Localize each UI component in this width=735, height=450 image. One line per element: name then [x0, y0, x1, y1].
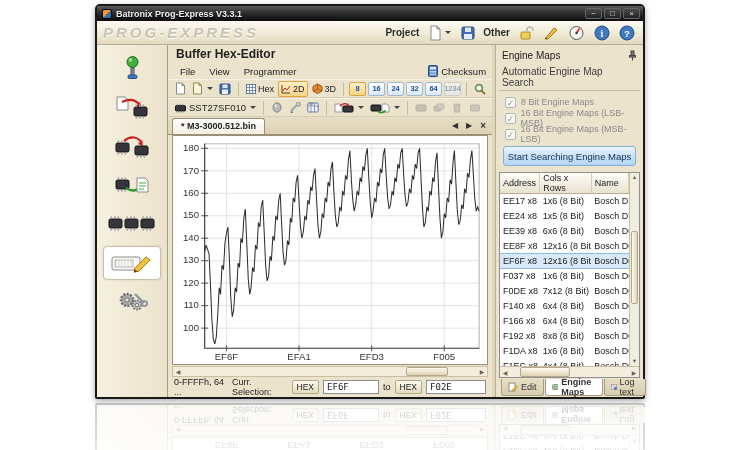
table-row[interactable]: F1EC x84x4 (8 Bit)Bosch D0h/D5 — [500, 359, 628, 367]
panel-tab-log-text[interactable]: Log text — [604, 379, 646, 396]
verify-button-disabled[interactable] — [413, 100, 429, 116]
checkbox-icon[interactable]: ✓ — [505, 129, 516, 140]
width-64-button[interactable]: 64 — [425, 82, 442, 96]
benchmark-button[interactable] — [566, 23, 587, 43]
scroll-down-arrow[interactable]: ▼ — [630, 357, 639, 366]
table-row[interactable]: F140 x86x4 (8 Bit)Bosch D0h/D5 — [500, 299, 628, 314]
checkbox-icon[interactable]: ✓ — [505, 97, 516, 108]
scroll-left-arrow[interactable]: ◀ — [500, 369, 510, 376]
width-8-button[interactable]: 8 — [349, 82, 366, 96]
editor-statusbar: 0-FFFFh, 64 ... Curr. Selection: HEX to … — [168, 377, 492, 397]
view-3d-button[interactable]: 3D — [310, 81, 339, 97]
width-24-button[interactable]: 24 — [387, 82, 404, 96]
scroll-up-arrow[interactable]: ▲ — [630, 173, 639, 182]
table-row[interactable]: F166 x86x4 (8 Bit)Bosch D0h/D5 — [500, 314, 628, 329]
table-row[interactable]: EE39 x86x6 (8 Bit)Bosch D0h/D5 — [500, 224, 628, 239]
table-row[interactable]: F1DA x81x6 (8 Bit)Bosch D0h/FF — [500, 344, 628, 359]
selection-from-input[interactable] — [323, 380, 379, 394]
table-row[interactable]: EE24 x81x5 (8 Bit)Bosch D7h/32 — [500, 209, 628, 224]
checkbox-row-2[interactable]: ✓16 Bit Engine Maps (MSB-LSB) — [499, 126, 640, 142]
maximize-button[interactable]: □ — [604, 8, 621, 19]
scrollbar-track[interactable] — [183, 367, 477, 376]
hex-base-button-to[interactable]: HEX — [395, 380, 422, 394]
tab-scroll-right-button[interactable]: ▶ — [464, 121, 474, 130]
sidebar-item-write-chip[interactable] — [103, 90, 161, 124]
sidebar-item-connect[interactable] — [103, 51, 161, 85]
chart-hscrollbar[interactable]: ◀ ▶ — [172, 366, 488, 377]
width-1234-button[interactable]: 1234 — [444, 82, 461, 96]
close-button[interactable]: × — [623, 8, 640, 19]
scrollbar-thumb[interactable] — [520, 367, 570, 377]
project-open-button[interactable] — [425, 23, 453, 43]
scroll-left-arrow[interactable]: ◀ — [173, 368, 183, 375]
new-buffer-button[interactable] — [172, 81, 188, 97]
checksum-button[interactable]: Checksum — [428, 65, 486, 77]
license-button[interactable] — [516, 23, 536, 43]
hex-base-button-from[interactable]: HEX — [292, 380, 319, 394]
window-title: Batronix Prog-Express V3.3.1 — [116, 9, 242, 19]
start-search-button[interactable]: Start Searching Engine Maps — [503, 146, 636, 166]
panel-tab-edit[interactable]: Edit — [501, 379, 544, 396]
sidebar-item-settings[interactable] — [103, 285, 161, 319]
editor-title: Buffer Hex-Editor — [168, 45, 492, 63]
open-file-button[interactable] — [190, 81, 215, 97]
sidebar-item-hex-editor[interactable] — [103, 246, 161, 280]
scroll-right-arrow[interactable]: ▶ — [477, 368, 487, 375]
tab-close-button[interactable]: × — [478, 120, 488, 131]
minimize-button[interactable]: − — [585, 8, 602, 19]
width-16-button[interactable]: 16 — [368, 82, 385, 96]
table-hscrollbar[interactable]: ◀ ▶ — [500, 366, 639, 377]
view-2d-button[interactable]: 2D — [278, 81, 308, 97]
menu-programmer[interactable]: Programmer — [238, 65, 303, 78]
scroll-right-arrow[interactable]: ▶ — [629, 369, 639, 376]
device-info-button[interactable]: 101 — [305, 100, 321, 116]
help-button[interactable]: ? — [617, 23, 637, 43]
device-select-combo[interactable]: SST27SF010 — [172, 100, 258, 116]
width-32-button[interactable]: 32 — [406, 82, 423, 96]
project-save-button[interactable] — [458, 23, 478, 43]
sidebar-item-read-chip[interactable] — [103, 168, 161, 202]
scrollbar-thumb[interactable] — [406, 367, 447, 376]
chip-to-file-small-icon — [370, 102, 390, 114]
feedback-button[interactable] — [541, 23, 561, 43]
column-header-address[interactable]: Address — [500, 173, 540, 194]
info-button[interactable]: i — [592, 23, 612, 43]
compare-button-disabled[interactable] — [431, 100, 447, 116]
hex-view-button[interactable]: Hex — [244, 81, 276, 97]
table-row[interactable]: EE8F x812x16 (8 Bit)Bosch D0h/D5 — [500, 239, 628, 254]
title-bar[interactable]: Batronix Prog-Express V3.3.1 − □ × — [97, 6, 643, 21]
pin-icon[interactable] — [628, 50, 637, 61]
selection-to-input[interactable] — [426, 380, 486, 394]
panel-tab-engine-maps[interactable]: Engine Maps — [545, 379, 603, 396]
table-row[interactable]: F192 x88x8 (8 Bit)Bosch D0h/D5 — [500, 329, 628, 344]
column-header-name[interactable]: Name — [591, 173, 628, 194]
tab-scroll-left-button[interactable]: ◀ — [450, 121, 460, 130]
blank-check-button[interactable] — [287, 100, 303, 116]
sidebar-item-copy-chip[interactable] — [103, 129, 161, 163]
write-buffer-to-chip-button[interactable] — [332, 100, 366, 116]
sidebar-item-multi-program[interactable] — [103, 207, 161, 241]
zoom-button[interactable] — [472, 81, 488, 97]
device-ops-button-disabled[interactable] — [467, 100, 483, 116]
erase-buffer-button-disabled[interactable] — [449, 100, 465, 116]
table-row[interactable]: F037 x81x6 (8 Bit)Bosch D0h/60 — [500, 269, 628, 284]
menu-view[interactable]: View — [203, 65, 235, 78]
project-dropdown-caret — [445, 31, 451, 34]
table-row[interactable]: F0DE x87x12 (8 Bit)Bosch D0h/D8 — [500, 284, 628, 299]
column-header-cols-x-rows[interactable]: Cols x Rows — [540, 173, 591, 194]
erase-device-button[interactable] — [269, 100, 285, 116]
buffer-2d-chart[interactable]: 100110120130140150160170180EF6FEFA1EFD3F… — [173, 136, 487, 364]
menu-file[interactable]: File — [174, 65, 201, 78]
scrollbar-thumb[interactable] — [631, 231, 638, 304]
unlock-icon — [518, 25, 534, 41]
buffer-tab[interactable]: * M3-3000.512.bin — [172, 118, 265, 134]
table-vscrollbar[interactable]: ▲ ▼ — [629, 173, 639, 366]
scrollbar-track[interactable] — [510, 367, 629, 377]
table-row[interactable]: EF6F x812x16 (8 Bit)Bosch D0h/D5 — [500, 254, 628, 269]
table-row[interactable]: EE17 x81x6 (8 Bit)Bosch D7h/44 — [500, 194, 628, 209]
checkbox-icon[interactable]: ✓ — [505, 113, 516, 124]
read-chip-to-buffer-button[interactable] — [368, 100, 402, 116]
save-buffer-button[interactable] — [217, 81, 233, 97]
buffer-2d-chart-area[interactable]: 100110120130140150160170180EF6FEFA1EFD3F… — [172, 135, 488, 365]
table-cell: 8x8 (8 Bit) — [540, 329, 591, 344]
